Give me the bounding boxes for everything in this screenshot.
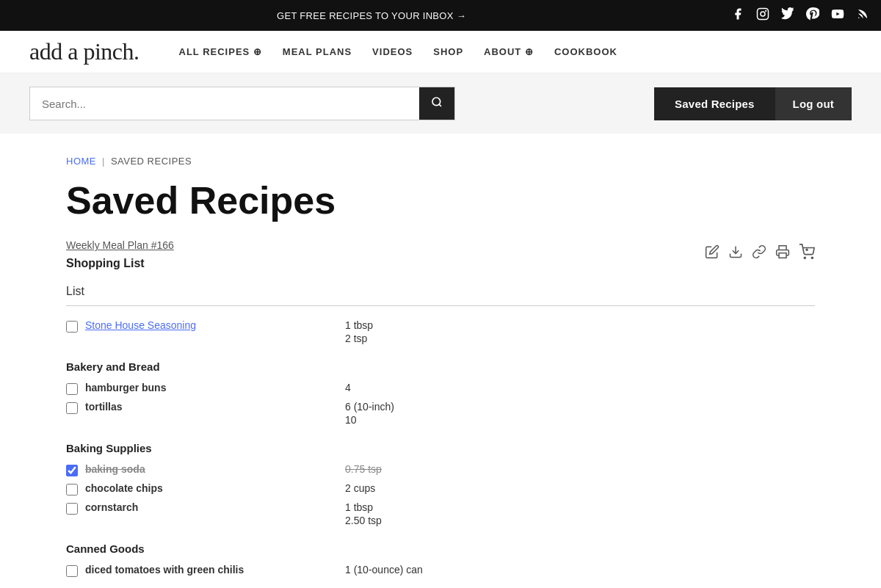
list-item-checkbox[interactable]: [66, 565, 78, 577]
list-item-amounts: 6 (10-inch)10: [345, 401, 394, 426]
download-icon[interactable]: [728, 244, 743, 263]
logout-button[interactable]: Log out: [775, 87, 852, 120]
shopping-list-title: Shopping List: [66, 257, 174, 270]
category-header: Baking Supplies: [66, 442, 815, 454]
svg-line-5: [439, 104, 441, 106]
category-header: Canned Goods: [66, 542, 815, 555]
list-item-label[interactable]: Stone House Seasoning: [85, 319, 196, 331]
svg-point-2: [765, 10, 766, 12]
list-item-amount: 1 tbsp: [345, 319, 373, 331]
nav-shop[interactable]: SHOP: [423, 40, 474, 63]
youtube-icon[interactable]: [831, 7, 844, 23]
list-item-label: tortillas: [85, 401, 123, 413]
pinterest-icon[interactable]: [806, 7, 819, 23]
list-item: baking soda0.75 tsp: [66, 460, 815, 479]
saved-recipes-button[interactable]: Saved Recipes: [654, 87, 775, 120]
list-item-amount: 2 cups: [345, 482, 375, 494]
social-icons: [731, 7, 869, 23]
list-item-amount: 2.50 tsp: [345, 515, 382, 526]
nav-about[interactable]: ABOUT ⊕: [474, 40, 544, 63]
list-item-label: hamburger buns: [85, 382, 166, 393]
nav-all-recipes[interactable]: ALL RECIPES ⊕: [169, 40, 272, 63]
list-item: cornstarch1 tbsp2.50 tsp: [66, 498, 815, 529]
list-item-amount: 10: [345, 414, 394, 426]
svg-rect-7: [779, 253, 786, 258]
svg-point-9: [811, 258, 813, 259]
link-icon[interactable]: [752, 244, 766, 263]
svg-point-1: [761, 12, 765, 16]
list-item: hamburger buns4: [66, 379, 815, 398]
list-item-amounts: 1 tbsp2 tsp: [345, 319, 373, 344]
list-item-amount: 6 (10-inch): [345, 401, 394, 413]
list-item-amounts: 0.75 tsp: [345, 463, 382, 475]
list-item-amount: 1 tbsp: [345, 501, 382, 513]
list-item-checkbox[interactable]: [66, 503, 78, 515]
list-item-amount: 4: [345, 382, 351, 393]
list-item: Stone House Seasoning1 tbsp2 tsp: [66, 316, 815, 347]
list-item-amount: 2 tsp: [345, 333, 373, 344]
search-bar-area: Saved Recipes Log out: [0, 73, 881, 134]
list-item-checkbox[interactable]: [66, 402, 78, 414]
list-item-label: baking soda: [85, 463, 145, 475]
banner-cta[interactable]: GET FREE RECIPES TO YOUR INBOX →: [12, 10, 731, 21]
tools-row: Weekly Meal Plan #166 Shopping List: [66, 239, 815, 270]
list-item-amount: 1 (10-ounce) can: [345, 564, 423, 576]
nav-meal-plans[interactable]: MEAL PLANS: [272, 40, 362, 63]
site-logo[interactable]: add a pinch.: [29, 38, 139, 65]
list-item-amounts: 1 (10-ounce) can: [345, 564, 423, 576]
nav-videos[interactable]: VIDEOS: [362, 40, 423, 63]
breadcrumb: HOME | SAVED RECIPES: [66, 156, 815, 167]
search-button[interactable]: [419, 87, 454, 120]
list-item: diced tomatoes with green chilis1 (10-ou…: [66, 561, 815, 580]
list-divider: [66, 305, 815, 306]
rss-icon[interactable]: [856, 7, 869, 23]
shopping-list: Stone House Seasoning1 tbsp2 tspBakery a…: [66, 316, 815, 588]
list-item-amounts: 1 tbsp2.50 tsp: [345, 501, 382, 526]
nav-cookbook[interactable]: COOKBOOK: [544, 40, 628, 63]
main-nav: ALL RECIPES ⊕ MEAL PLANS VIDEOS SHOP ABO…: [169, 40, 852, 63]
breadcrumb-home[interactable]: HOME: [66, 156, 96, 167]
top-banner: GET FREE RECIPES TO YOUR INBOX →: [0, 0, 881, 31]
list-item-amounts: 4: [345, 382, 351, 393]
list-item-amount: 0.75 tsp: [345, 463, 382, 475]
breadcrumb-separator: |: [102, 156, 105, 167]
list-item-amounts: 2 cups: [345, 482, 375, 494]
header-buttons: Saved Recipes Log out: [654, 87, 852, 120]
main-content: HOME | SAVED RECIPES Saved Recipes Weekl…: [37, 134, 844, 588]
list-item-checkbox[interactable]: [66, 465, 78, 476]
list-item-label: cornstarch: [85, 501, 138, 513]
icon-tools: [705, 239, 815, 264]
header: add a pinch. ALL RECIPES ⊕ MEAL PLANS VI…: [0, 31, 881, 73]
list-item-label: chocolate chips: [85, 482, 163, 494]
list-section-label: List: [66, 285, 815, 298]
list-item-checkbox[interactable]: [66, 321, 78, 333]
list-item: chocolate chips2 cups: [66, 479, 815, 498]
twitter-icon[interactable]: [781, 7, 794, 23]
list-item-checkbox[interactable]: [66, 383, 78, 395]
svg-point-8: [804, 258, 805, 259]
meal-plan-info: Weekly Meal Plan #166 Shopping List: [66, 239, 174, 270]
list-item-label: diced tomatoes with green chilis: [85, 564, 244, 576]
search-input[interactable]: [30, 89, 419, 119]
edit-icon[interactable]: [705, 244, 719, 263]
breadcrumb-current: SAVED RECIPES: [111, 156, 192, 167]
list-item-checkbox[interactable]: [66, 484, 78, 496]
search-form: [29, 87, 455, 120]
svg-point-3: [858, 18, 860, 19]
svg-rect-0: [758, 9, 769, 20]
facebook-icon[interactable]: [731, 7, 744, 23]
list-item: tortillas6 (10-inch)10: [66, 398, 815, 429]
category-header: Bakery and Bread: [66, 360, 815, 373]
cart-icon[interactable]: [799, 244, 815, 264]
page-title: Saved Recipes: [66, 180, 815, 222]
svg-point-4: [432, 98, 440, 106]
print-icon[interactable]: [775, 244, 790, 263]
instagram-icon[interactable]: [756, 7, 769, 23]
meal-plan-link[interactable]: Weekly Meal Plan #166: [66, 239, 174, 251]
